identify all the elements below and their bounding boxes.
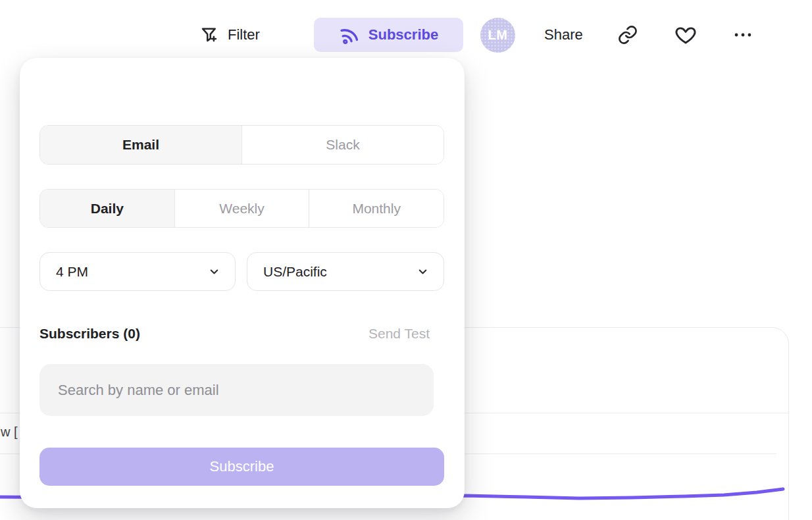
chevron-down-icon xyxy=(208,265,220,278)
time-select-value: 4 PM xyxy=(56,264,88,280)
subscribe-label: Subscribe xyxy=(368,26,438,43)
subscriber-search-input[interactable] xyxy=(39,364,434,416)
schedule-row: 4 PM US/Pacific xyxy=(39,252,444,291)
tab-email[interactable]: Email xyxy=(40,126,241,164)
avatar[interactable]: LM xyxy=(480,18,515,53)
subscribers-row: Subscribers (0) Send Test xyxy=(39,323,444,344)
subscribers-count-label: Subscribers (0) xyxy=(39,326,140,342)
more-menu-button[interactable] xyxy=(732,18,754,52)
copy-link-button[interactable] xyxy=(617,18,639,52)
link-icon xyxy=(617,24,638,45)
tab-monthly[interactable]: Monthly xyxy=(309,190,444,227)
frequency-tabs: Daily Weekly Monthly xyxy=(39,189,444,228)
heart-icon xyxy=(674,24,697,46)
subscribe-submit-button[interactable]: Subscribe xyxy=(39,448,444,486)
rss-icon xyxy=(336,22,362,48)
chevron-down-icon xyxy=(417,265,429,278)
share-label: Share xyxy=(544,26,583,43)
tab-weekly[interactable]: Weekly xyxy=(174,190,309,227)
send-test-button[interactable]: Send Test xyxy=(368,326,430,342)
page: w [ Filter Subscribe LM Share xyxy=(0,0,812,520)
avatar-initials: LM xyxy=(488,28,508,43)
filter-label: Filter xyxy=(228,26,260,43)
timezone-select-value: US/Pacific xyxy=(263,264,327,280)
toolbar: Filter Subscribe LM Share xyxy=(0,0,812,61)
create-subscription-modal: Create a Subscription Email Slack Daily … xyxy=(20,58,465,508)
ellipsis-icon xyxy=(732,24,754,46)
channel-tabs: Email Slack xyxy=(39,125,444,165)
share-button[interactable]: Share xyxy=(544,18,583,52)
filter-button[interactable]: Filter xyxy=(199,18,260,52)
tab-daily[interactable]: Daily xyxy=(40,190,174,227)
favorite-button[interactable] xyxy=(674,18,697,52)
tab-slack[interactable]: Slack xyxy=(241,126,444,164)
filter-plus-icon xyxy=(199,25,219,45)
subscribe-button[interactable]: Subscribe xyxy=(314,18,463,52)
truncated-background-text: w [ xyxy=(1,425,18,440)
timezone-select[interactable]: US/Pacific xyxy=(247,252,444,291)
time-select[interactable]: 4 PM xyxy=(39,252,236,291)
